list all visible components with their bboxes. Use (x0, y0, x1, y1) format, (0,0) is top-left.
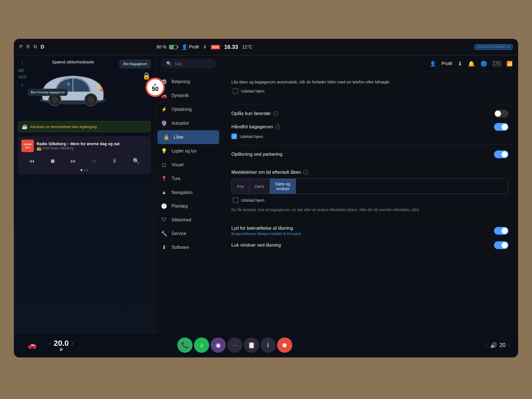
info-button[interactable]: ℹ (260, 337, 276, 353)
taskbar: 🚗 ‹ 20.0 › ⚙️ 📞 ♫ ◉ ··· 📋 ℹ ⏺ ‹ 🔊 20 (14, 332, 518, 357)
autopilot-icon: 🔮 (161, 120, 167, 126)
svg-point-4 (88, 96, 94, 103)
sidebar-item-dynamik[interactable]: 🚗 Dynamik (155, 89, 221, 103)
service-icon: 🔧 (161, 231, 167, 237)
car-icon: 🚗 (28, 341, 37, 349)
search-icon: 🔍 (166, 61, 172, 66)
radio-info: Radio Silkeborg – Mere for ørerne dag og… (37, 142, 147, 150)
handsfree-toggle[interactable] (494, 123, 508, 131)
driver-door-toggle[interactable] (494, 110, 508, 117)
sidebar-item-service[interactable]: 🔧 Service (155, 227, 221, 241)
car-home-button[interactable]: 🚗 (22, 341, 42, 349)
search-media-button[interactable]: 🔍 (131, 156, 141, 166)
speed-limit-sign: 🔊 50 (145, 78, 165, 97)
driver-fatigue-warning: ☕ Advarsel om førertræthed ikke tilgænge… (18, 121, 151, 132)
notification-section: Meddelelser om bil efterladt åben i Fra … (231, 170, 508, 213)
up-arrow-icon[interactable]: ↑ (21, 60, 24, 66)
down-arrow-icon[interactable]: ↓ (21, 81, 24, 88)
unlock-parking-toggle[interactable] (494, 150, 508, 158)
udelad-hjem-row-1: Udelad hjem (233, 88, 508, 94)
profile-header-icon: 👤 (430, 61, 436, 67)
handsfree-info-icon[interactable]: i (275, 124, 280, 129)
spotify-button[interactable]: ♫ (194, 337, 209, 353)
close-windows-toggle[interactable] (494, 241, 508, 249)
sidebar-item-navigation[interactable]: ▲ Navigation (155, 186, 221, 199)
next-track-button[interactable]: ⏭ (69, 157, 78, 166)
speed-decrease-button[interactable]: ‹ (49, 340, 51, 347)
open-front-trunk-button[interactable]: Åbn Forreste bagagerum (28, 89, 68, 96)
left-dashboard-panel: ↑ ≡D ≡⊡D ↓ Spænd sikkerhedssele (14, 55, 155, 332)
udelad-hjem-checkbox-2[interactable]: ✓ (231, 134, 237, 139)
visuel-icon: ◻ (161, 162, 167, 168)
notification-button-group[interactable]: Fra Døre Døre ogvinduer (231, 178, 508, 194)
stop-button[interactable]: ⏹ (48, 157, 57, 166)
notes-button[interactable]: 📋 (244, 337, 259, 353)
sidebar-item-lygter[interactable]: 💡 Lygter og lys (155, 144, 221, 158)
next-media-button[interactable]: › (508, 343, 510, 348)
navigation-icon: ▲ (161, 190, 167, 195)
notification-description: Du får besked, hvis et bagagerum, en dør… (231, 207, 508, 213)
udelad-hjem-row-2: ✓ Udelad hjem (231, 134, 508, 139)
equalizer-button[interactable]: 🎚 (111, 157, 119, 166)
cast-button[interactable]: ◉ (211, 337, 226, 353)
sidebar-menu: ⚙️ Betjening 🚗 Dynamik ⚡ Opladning 🔮 Aut… (155, 72, 222, 332)
svg-point-2 (52, 96, 58, 103)
bluetooth-icon[interactable]: 🔵 (480, 60, 487, 67)
lygter-icon: 💡 (161, 148, 167, 154)
notif-info-icon[interactable]: i (303, 170, 308, 175)
more-button[interactable]: ··· (227, 337, 242, 353)
dore-button[interactable]: Døre (249, 179, 270, 194)
sos-badge[interactable]: SOS (211, 45, 220, 49)
close-windows-setting: Luk vinduer ved låsning (231, 241, 508, 249)
taskbar-right-controls: ‹ 🔊 20 › (486, 342, 510, 349)
phone-button[interactable]: 📞 (177, 337, 193, 353)
sidebar-item-laase[interactable]: 🔒 Låse (157, 130, 219, 144)
direction-controls: ↑ ≡D ≡⊡D ↓ (18, 60, 26, 88)
sidebar-item-software[interactable]: ⬇ Software (155, 241, 221, 254)
bell-icon[interactable]: 🔔 (468, 60, 475, 67)
sidebar-item-betjening[interactable]: ⚙️ Betjening (155, 75, 221, 89)
sidebar-item-ture[interactable]: 📍 Ture (155, 172, 221, 186)
volume-control[interactable]: 🔊 20 (490, 342, 505, 349)
favorite-button[interactable]: ☆ (90, 156, 98, 166)
profile-area[interactable]: 👤 Profil (181, 44, 199, 50)
fra-button[interactable]: Fra (232, 179, 249, 194)
profile-label: Profil (441, 61, 452, 66)
dore-vinduer-button[interactable]: Døre ogvinduer (270, 179, 296, 194)
lte-icon: LTE (493, 61, 501, 66)
content-panel: Lås døre og bagagerum automatisk, når du… (222, 72, 518, 332)
sidebar-item-opladning[interactable]: ⚡ Opladning (155, 103, 221, 116)
laase-icon: 🔒 (163, 134, 170, 140)
sidebar-item-autopilot[interactable]: 🔮 Autopilot (155, 116, 221, 130)
software-icon: ⬇ (161, 244, 167, 250)
record-button[interactable]: ⏺ (277, 337, 292, 353)
lock-icon: 🔒 (142, 72, 151, 80)
udelad-hjem-checkbox-3[interactable] (233, 197, 238, 203)
download-icon[interactable]: ⬇ (203, 44, 207, 50)
speed-increase-button[interactable]: › (71, 340, 73, 347)
search-box[interactable]: 🔍 (161, 59, 216, 68)
download-header-icon[interactable]: ⬇ (458, 60, 462, 67)
airbag-indicator: PASSENGER AIRBAG ON (475, 44, 513, 50)
speed-control: ‹ 20.0 › ⚙️ (42, 339, 80, 351)
prnd-display: P R N D (19, 44, 45, 50)
handsfree-setting: Håndfrit bagagerum i (231, 123, 508, 131)
notification-title: Meddelelser om bil efterladt åben i (231, 170, 508, 175)
udelad-hjem-row-3: Udelad hjem (233, 197, 508, 203)
search-input[interactable] (175, 62, 208, 66)
prev-media-button[interactable]: ‹ (486, 343, 487, 348)
radio-controls[interactable]: ⏮ ⏹ ⏭ ☆ 🎚 🔍 (21, 155, 147, 167)
auto-lock-description: Lås døre og bagagerum automatisk, når du… (231, 79, 508, 104)
udelad-hjem-checkbox-1[interactable] (233, 88, 238, 94)
lock-sound-setting: Lyd for bekræftelse af låsning Brugerdef… (231, 226, 508, 236)
open-trunk-button[interactable]: Åbn Bagagerum (119, 60, 151, 68)
sidebar-item-planlaeg[interactable]: 🕐 Planlæg (155, 199, 221, 213)
sidebar-item-visuel[interactable]: ◻ Visuel (155, 158, 221, 172)
driver-door-info-icon[interactable]: i (273, 111, 278, 116)
sidebar-item-sikkerhed[interactable]: 🛡 Sikkerhed (155, 213, 221, 227)
driver-door-setting: Oplås kun førerdør i (231, 110, 508, 117)
battery-display: 60 % (157, 45, 177, 50)
svg-text:⚡: ⚡ (95, 83, 101, 89)
lock-sound-toggle[interactable] (494, 227, 508, 235)
prev-track-button[interactable]: ⏮ (28, 157, 36, 166)
